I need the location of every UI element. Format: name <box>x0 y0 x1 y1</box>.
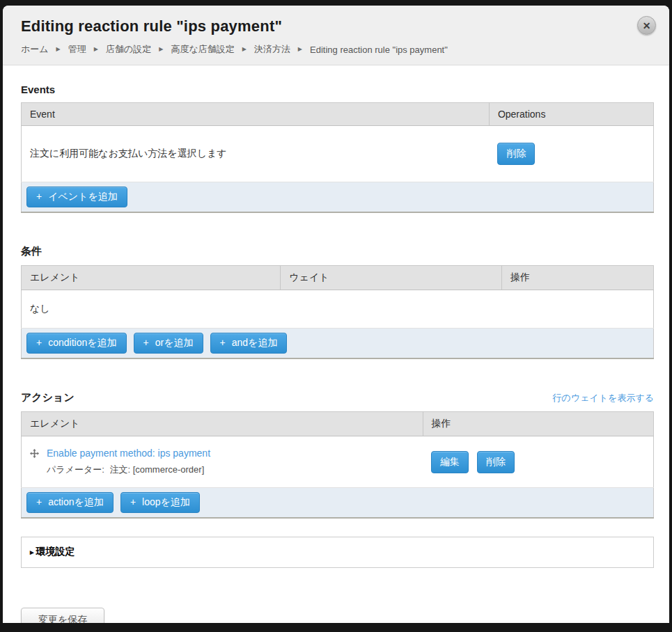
plus-icon: + <box>220 337 226 349</box>
breadcrumb-separator-icon: ▶ <box>159 47 163 52</box>
plus-icon: + <box>36 496 42 508</box>
chevron-right-icon: ▸ <box>30 548 34 557</box>
events-col-operations: Operations <box>489 103 653 126</box>
show-row-weights-link[interactable]: 行のウェイトを表示する <box>553 392 654 404</box>
actions-col-element: エレメント <box>22 412 423 436</box>
conditions-empty-text: なし <box>22 290 654 329</box>
close-icon: ✕ <box>643 20 651 31</box>
save-changes-button[interactable]: 変更を保存 <box>21 608 104 623</box>
action-delete-button[interactable]: 削除 <box>477 451 515 473</box>
settings-fieldset-label: 環境設定 <box>36 546 75 558</box>
events-section-heading: Events <box>21 84 654 95</box>
breadcrumb: ホーム ▶ 管理 ▶ 店舗の設定 ▶ 高度な店舗設定 ▶ 決済方法 ▶ Edit… <box>21 43 651 56</box>
events-table: Event Operations 注文に利用可能なお支払い方法を選択します 削除 <box>21 102 654 213</box>
add-loop-button[interactable]: + loopを追加 <box>120 492 200 513</box>
plus-icon: + <box>36 337 42 349</box>
action-edit-button[interactable]: 編集 <box>431 451 469 473</box>
conditions-col-element: エレメント <box>22 266 281 290</box>
event-delete-button[interactable]: 削除 <box>497 143 535 165</box>
add-event-button[interactable]: + イベントを追加 <box>26 187 127 207</box>
breadcrumb-separator-icon: ▶ <box>298 47 302 52</box>
add-or-button[interactable]: + orを追加 <box>134 333 203 354</box>
plus-icon: + <box>143 337 149 349</box>
actions-table: エレメント 操作 <box>21 411 654 519</box>
breadcrumb-current-page: Editing reaction rule "ips payment" <box>310 45 448 55</box>
add-action-button[interactable]: + actionを追加 <box>26 492 114 513</box>
drag-handle-icon[interactable] <box>30 449 39 458</box>
table-row: Enable payment method: ips payment パラメータ… <box>22 436 654 488</box>
plus-icon: + <box>130 496 136 508</box>
page-title: Editing reaction rule "ips payment" <box>21 17 651 35</box>
modal-header: Editing reaction rule "ips payment" ホーム … <box>3 6 669 65</box>
breadcrumb-home[interactable]: ホーム <box>21 43 49 56</box>
conditions-col-operations: 操作 <box>502 266 654 290</box>
table-row: なし <box>22 290 654 329</box>
settings-fieldset-toggle[interactable]: ▸ 環境設定 <box>30 546 645 558</box>
conditions-section-heading: 条件 <box>21 245 654 258</box>
close-button[interactable]: ✕ <box>637 16 656 35</box>
breadcrumb-store-settings[interactable]: 店舗の設定 <box>106 43 151 56</box>
parameter-value: 注文: [commerce-order] <box>109 464 204 475</box>
actions-col-operations: 操作 <box>423 412 653 436</box>
breadcrumb-separator-icon: ▶ <box>94 47 98 52</box>
table-row: 注文に利用可能なお支払い方法を選択します 削除 <box>22 126 654 182</box>
breadcrumb-payment-methods[interactable]: 決済方法 <box>254 43 290 56</box>
breadcrumb-admin[interactable]: 管理 <box>68 43 86 56</box>
events-col-event: Event <box>22 103 490 126</box>
event-description: 注文に利用可能なお支払い方法を選択します <box>22 126 490 182</box>
add-condition-button[interactable]: + conditionを追加 <box>26 333 127 354</box>
breadcrumb-separator-icon: ▶ <box>242 47 247 52</box>
conditions-table: エレメント ウェイト 操作 なし + <box>21 265 654 359</box>
breadcrumb-advanced-settings[interactable]: 高度な店舗設定 <box>171 43 234 56</box>
breadcrumb-separator-icon: ▶ <box>56 47 61 52</box>
parameter-label: パラメーター: <box>47 464 104 475</box>
edit-rule-modal: Editing reaction rule "ips payment" ホーム … <box>3 6 669 623</box>
add-and-button[interactable]: + andを追加 <box>210 333 288 354</box>
action-parameter: パラメーター: 注文: [commerce-order] <box>47 464 210 476</box>
action-element-link[interactable]: Enable payment method: ips payment <box>47 448 210 459</box>
actions-section-heading: アクション <box>21 391 75 404</box>
plus-icon: + <box>36 191 42 203</box>
conditions-col-weight: ウェイト <box>281 266 502 290</box>
overlay-frame: Editing reaction rule "ips payment" ホーム … <box>0 0 672 632</box>
modal-content: Events Event Operations 注文に利用可能なお支払い方法を選… <box>3 84 669 623</box>
settings-fieldset: ▸ 環境設定 <box>21 537 654 568</box>
